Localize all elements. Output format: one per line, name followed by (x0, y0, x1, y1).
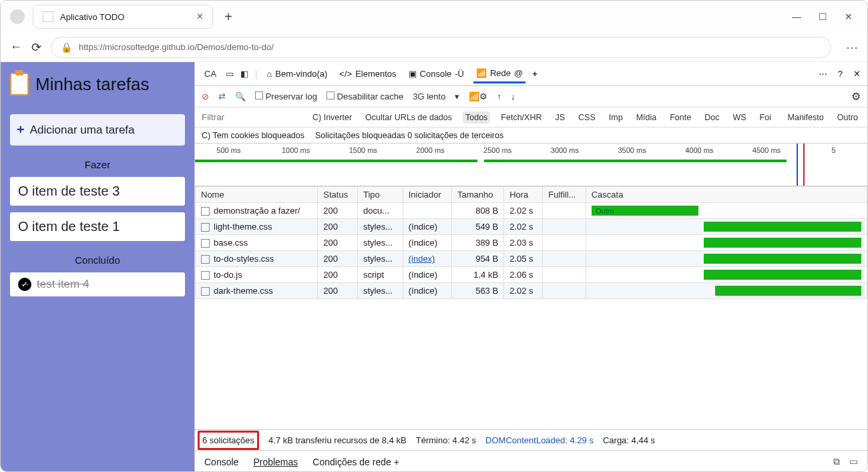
search-icon[interactable]: 🔍 (235, 91, 246, 101)
file-icon (201, 287, 210, 296)
task-item-done[interactable]: ✓ test item 4 (10, 272, 185, 296)
minimize-icon[interactable]: — (792, 11, 801, 22)
tab-console[interactable]: ▣ Console -Ü (406, 65, 467, 83)
drawer-expand-icon[interactable]: ⧉ (833, 456, 840, 467)
table-row[interactable]: dark-theme.css200styles...(índice)563 B2… (196, 283, 867, 299)
chevron-down-icon[interactable]: ▾ (455, 91, 459, 101)
table-row[interactable]: base.css200styles...(índice)389 B2.03 s (196, 235, 867, 251)
network-status-bar: 6 solicitações 4.7 kB transferiu recurso… (195, 430, 867, 450)
filter-manifest[interactable]: Manifesto (785, 111, 827, 124)
hide-data-urls-checkbox[interactable]: Ocultar URLs de dados (363, 111, 455, 124)
blocked-requests-label: Solicitações bloqueadas 0 solicitações d… (315, 131, 503, 140)
filter-type-media[interactable]: Mídia (634, 111, 660, 124)
task-item[interactable]: O item de teste 1 (10, 212, 185, 241)
add-task-button[interactable]: + Adicionar uma tarefa (10, 114, 185, 146)
file-icon (201, 223, 210, 232)
drawer-tab-netcond[interactable]: Condições de rede + (312, 457, 399, 467)
url-text: https://microsoftedge.github.io/Demos/de… (79, 42, 274, 52)
filter-type-js[interactable]: JS (553, 111, 568, 124)
tab-network[interactable]: 📶 Rede @ (473, 65, 525, 83)
filter-type-wasm[interactable]: Foi (757, 111, 774, 124)
network-overview[interactable]: 500 ms1000 ms1500 ms2000 ms2500 ms3000 m… (195, 144, 867, 186)
column-header[interactable]: Hora (504, 187, 543, 203)
section-done-label: Concluído (10, 254, 185, 266)
column-header[interactable]: Status (318, 187, 358, 203)
check-icon: ✓ (18, 278, 31, 291)
load-label: Carga: 4,44 s (603, 435, 655, 445)
device-toggle-icon[interactable]: ▭ (226, 69, 234, 79)
network-toolbar: ⊘ ⇄ 🔍 Preservar log Desabilitar cache 3G… (195, 86, 867, 107)
file-icon (201, 207, 210, 216)
network-table[interactable]: NomeStatusTipoIniciadorTamanhoHoraFulfil… (195, 186, 867, 430)
close-window-icon[interactable]: ✕ (845, 11, 853, 22)
drawer-tab-problems[interactable]: Problemas (253, 457, 298, 467)
devtools-drawer: Console Problemas Condições de rede + ⧉ … (195, 450, 867, 472)
throttling-select[interactable]: 3G lento (413, 91, 445, 101)
finish-time-label: Término: 4.42 s (416, 435, 476, 445)
column-header[interactable]: Tamanho (452, 187, 504, 203)
filter-type-doc[interactable]: Doc (702, 111, 722, 124)
preserve-log-checkbox[interactable]: Preservar log (255, 91, 317, 101)
column-header[interactable]: Cascata (586, 187, 867, 203)
table-row[interactable]: to-do.js200script(índice)1.4 kB2.06 s (196, 267, 867, 283)
page-title: Minhas tarefas (10, 73, 185, 95)
new-tab-button[interactable]: + (218, 7, 238, 27)
clipboard-icon (10, 73, 29, 95)
tab-elements[interactable]: </> Elementos (337, 65, 399, 83)
window-titlebar: Aplicativo TODO × + — ☐ ✕ (1, 1, 867, 33)
refresh-icon[interactable]: ⟳ (31, 40, 41, 55)
network-filter-bar: C) Inverter Ocultar URLs de dados Todos … (195, 107, 867, 128)
plus-icon: + (17, 122, 25, 138)
column-header[interactable]: Tipo (358, 187, 403, 203)
filter-type-fetch[interactable]: Fetch/XHR (498, 111, 544, 124)
url-input[interactable]: 🔒 https://microsoftedge.github.io/Demos/… (51, 37, 831, 58)
filter-type-css[interactable]: CSS (576, 111, 598, 124)
column-header[interactable]: Fulfill... (543, 187, 586, 203)
download-icon[interactable]: ↓ (511, 91, 515, 101)
upload-icon[interactable]: ↑ (497, 91, 501, 101)
table-row[interactable]: to-do-styles.css200styles...(index)954 B… (196, 251, 867, 267)
blocked-cookies-checkbox[interactable]: C) Tem cookies bloqueados (202, 131, 304, 140)
maximize-icon[interactable]: ☐ (819, 11, 827, 22)
section-todo-label: Fazer (10, 159, 185, 170)
close-tab-icon[interactable]: × (197, 11, 203, 23)
file-icon (201, 271, 210, 280)
file-icon (201, 255, 210, 264)
wifi-icon[interactable]: 📶⚙ (469, 91, 487, 101)
favicon-icon (43, 11, 53, 22)
back-icon[interactable]: ← (10, 40, 22, 54)
close-devtools-icon[interactable]: ✕ (853, 69, 861, 79)
request-count-highlight: 6 solicitações (198, 431, 259, 450)
filter-type-img[interactable]: Imp (606, 111, 626, 124)
done-task-label: test item 4 (37, 278, 89, 291)
drawer-tab-console[interactable]: Console (204, 457, 238, 467)
dock-icon[interactable]: ◧ (240, 69, 248, 79)
profile-avatar[interactable] (10, 9, 25, 24)
settings-icon[interactable]: ⚙ (851, 90, 861, 103)
column-header[interactable]: Nome (196, 187, 318, 203)
task-item[interactable]: O item de teste 3 (10, 177, 185, 206)
browser-tab[interactable]: Aplicativo TODO × (33, 5, 213, 29)
table-row[interactable]: light-theme.css200styles...(índice)549 B… (196, 219, 867, 235)
filter-input[interactable] (202, 112, 302, 122)
disable-cache-checkbox[interactable]: Desabilitar cache (327, 91, 403, 101)
table-row[interactable]: demonstração a fazer/200docu...808 B2.02… (196, 203, 867, 219)
todo-app-pane: Minhas tarefas + Adicionar uma tarefa Fa… (1, 62, 194, 472)
browser-menu-icon[interactable]: ⋯ (846, 40, 858, 55)
help-icon[interactable]: ? (838, 69, 843, 79)
clear-icon[interactable]: ⇄ (218, 91, 226, 101)
inspect-button[interactable]: CA (202, 65, 219, 83)
record-icon[interactable]: ⊘ (202, 91, 209, 101)
add-panel-button[interactable]: + (532, 69, 537, 79)
filter-other[interactable]: Outro (835, 111, 861, 124)
filter-type-all[interactable]: Todos (463, 111, 490, 124)
tab-welcome[interactable]: ⌂ Bem-vindo(a) (264, 65, 330, 83)
invert-checkbox[interactable]: C) Inverter (310, 111, 355, 124)
more-tools-icon[interactable]: ⋯ (819, 69, 827, 79)
filter-type-ws[interactable]: WS (730, 111, 748, 124)
filter-type-font[interactable]: Fonte (667, 111, 694, 124)
drawer-hide-icon[interactable]: ▭ (849, 456, 858, 467)
column-header[interactable]: Iniciador (403, 187, 451, 203)
dcl-label: DOMContentLoaded: 4.29 s (485, 435, 594, 445)
devtools-pane: CA ▭ ◧ | ⌂ Bem-vindo(a) </> Elementos ▣ … (194, 62, 867, 472)
